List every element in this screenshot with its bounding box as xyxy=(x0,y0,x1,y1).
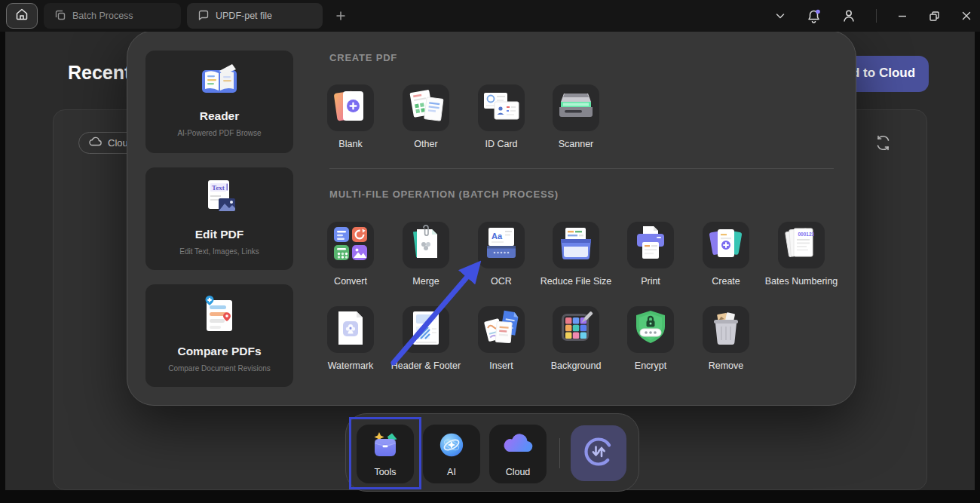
reduce-size-icon xyxy=(556,225,596,265)
compare-doc-icon xyxy=(199,295,240,337)
tools-icon xyxy=(370,431,400,462)
encrypt-icon xyxy=(632,309,669,350)
tool-header-footer-label: Header & Footer xyxy=(391,360,461,371)
tools-panel: Reader AI-Powered PDF Browse Text Edit P… xyxy=(127,30,856,406)
tool-blank-label: Blank xyxy=(338,139,362,149)
person-icon[interactable] xyxy=(841,8,856,23)
dock-item-tools[interactable]: Tools xyxy=(357,425,414,483)
bates-icon-text: 000123 xyxy=(798,232,815,237)
section-divider xyxy=(329,168,834,169)
tool-id-card-label: ID Card xyxy=(485,139,517,149)
dock-item-tools-label: Tools xyxy=(374,467,396,477)
ocr-icon-text: Aa xyxy=(492,232,503,241)
blank-page-icon xyxy=(332,87,369,128)
other-docs-icon xyxy=(406,87,446,129)
convert-icon xyxy=(332,225,369,265)
edit-pdf-icon-text: Text xyxy=(212,184,225,192)
tool-scanner[interactable]: Scanner xyxy=(531,84,621,149)
dock-separator xyxy=(559,438,560,468)
home-icon xyxy=(14,7,29,25)
tab-updf-pet-file[interactable]: UPDF-pet file xyxy=(187,3,323,29)
titlebar-separator xyxy=(876,9,877,23)
dock-cloud-icon xyxy=(502,431,534,459)
tool-bates-numbering-label: Bates Numbering xyxy=(765,276,838,287)
upload-to-cloud-label: d to Cloud xyxy=(852,66,915,81)
tool-create-label: Create xyxy=(712,276,740,287)
card-compare-pdfs[interactable]: Compare PDFs Compare Document Revisions xyxy=(145,284,293,387)
tool-other-label: Other xyxy=(414,139,437,149)
tool-scanner-label: Scanner xyxy=(559,139,594,149)
card-reader[interactable]: Reader AI-Powered PDF Browse xyxy=(145,51,293,153)
transfer-button[interactable] xyxy=(571,425,626,481)
dock-item-ai-label: AI xyxy=(447,467,456,477)
bell-icon[interactable] xyxy=(806,8,822,24)
card-compare-pdfs-subtitle: Compare Document Revisions xyxy=(168,364,271,373)
title-bar: Batch Process UPDF-pet file xyxy=(0,0,980,32)
tab-batch-process[interactable]: Batch Process xyxy=(44,3,181,29)
tool-merge-label: Merge xyxy=(412,276,439,287)
tool-insert-label: Insert xyxy=(489,360,513,371)
tool-watermark-label: Watermark xyxy=(328,360,374,371)
scanner-icon xyxy=(556,90,596,126)
minimize-button[interactable] xyxy=(896,10,908,22)
bates-icon: 000123 xyxy=(782,225,821,265)
background-icon xyxy=(558,310,594,349)
merge-icon xyxy=(407,224,445,266)
home-button[interactable] xyxy=(6,3,38,29)
book-icon xyxy=(198,61,240,102)
create-icon xyxy=(706,225,746,265)
new-tab-button[interactable] xyxy=(335,10,347,22)
batch-icon xyxy=(54,9,66,23)
notification-dot xyxy=(816,9,820,14)
ocr-icon: Aa xyxy=(482,225,520,265)
transfer-icon xyxy=(581,434,616,472)
close-button[interactable] xyxy=(960,10,972,22)
tool-remove-label: Remove xyxy=(709,360,744,371)
tool-convert-label: Convert xyxy=(334,276,367,287)
tool-remove[interactable]: Remove xyxy=(681,306,771,371)
insert-icon xyxy=(481,309,522,350)
refresh-icon[interactable] xyxy=(873,133,893,156)
header-footer-icon xyxy=(407,309,445,350)
card-edit-pdf-subtitle: Edit Text, Images, Links xyxy=(179,247,259,256)
dock-item-ai[interactable]: AI xyxy=(423,425,480,483)
card-edit-pdf[interactable]: Text Edit PDF Edit Text, Images, Links xyxy=(145,167,293,270)
cloud-icon xyxy=(89,136,103,149)
tool-reduce-file-size-label: Reduce File Size xyxy=(541,276,612,287)
tab-updf-pet-file-label: UPDF-pet file xyxy=(216,11,272,21)
card-compare-pdfs-title: Compare PDFs xyxy=(177,345,261,358)
chat-icon xyxy=(198,9,210,23)
bottom-dock: Tools AI Cloud xyxy=(345,413,639,492)
edit-page-icon: Text xyxy=(199,178,240,220)
tool-encrypt-label: Encrypt xyxy=(635,360,666,371)
tab-batch-process-label: Batch Process xyxy=(72,11,133,21)
create-pdf-header: CREATE PDF xyxy=(329,52,397,63)
dock-item-cloud-label: Cloud xyxy=(506,467,531,477)
print-icon xyxy=(632,225,669,265)
recent-heading: Recent xyxy=(68,62,130,84)
dock-item-cloud[interactable]: Cloud xyxy=(489,425,547,483)
watermark-icon xyxy=(332,309,369,350)
card-edit-pdf-title: Edit PDF xyxy=(195,228,244,241)
card-reader-title: Reader xyxy=(200,109,240,123)
tool-ocr-label: OCR xyxy=(491,276,512,287)
tool-print-label: Print xyxy=(641,276,660,287)
tool-background-label: Background xyxy=(551,360,602,371)
batch-header: MULTI-FILE OPERATION (BATCH PROCESS) xyxy=(329,189,559,200)
id-card-icon xyxy=(481,88,522,127)
chevron-down-icon[interactable] xyxy=(774,10,786,22)
ai-icon xyxy=(437,431,466,462)
card-reader-subtitle: AI-Powered PDF Browse xyxy=(177,129,261,137)
tool-bates-numbering[interactable]: 000123 Bates Numbering xyxy=(749,222,854,287)
remove-icon xyxy=(708,310,744,349)
restore-button[interactable] xyxy=(928,10,941,23)
